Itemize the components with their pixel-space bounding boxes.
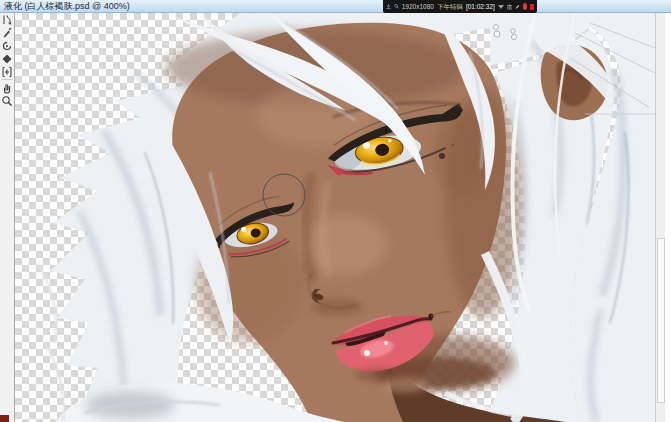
screen-recorder-bar: 1920x1080 下午特辑 [01:02:32] bbox=[383, 0, 537, 13]
recording-timecode: [01:02:32] bbox=[466, 0, 495, 13]
draw-pencil-button[interactable] bbox=[515, 3, 520, 11]
small-mole bbox=[452, 144, 454, 146]
window-title: 液化 (白人棕褐肤.psd @ 400%) bbox=[4, 1, 130, 11]
hand-tool-button[interactable] bbox=[0, 81, 14, 94]
reconstruct-tool-icon bbox=[1, 27, 13, 39]
forward-warp-tool-icon bbox=[1, 14, 13, 26]
screenshot-camera-button[interactable] bbox=[507, 3, 512, 11]
pucker-tool-button[interactable] bbox=[0, 52, 14, 65]
title-bar: 液化 (白人棕褐肤.psd @ 400%) bbox=[0, 0, 671, 13]
zoom-tool-icon bbox=[1, 95, 13, 107]
artwork bbox=[15, 13, 655, 422]
liquify-canvas[interactable] bbox=[15, 13, 655, 422]
hand-tool-icon bbox=[1, 82, 13, 94]
recording-status: 下午特辑 bbox=[437, 0, 463, 13]
bloat-tool-button[interactable] bbox=[0, 65, 14, 78]
record-button[interactable] bbox=[523, 3, 527, 10]
pucker-tool-icon bbox=[1, 53, 13, 65]
recorder-app-icon bbox=[386, 2, 391, 11]
recorder-dropdown-caret[interactable] bbox=[498, 5, 504, 9]
recording-resolution: 1920x1080 bbox=[402, 0, 434, 13]
liquify-tool-strip bbox=[0, 13, 15, 422]
stop-button[interactable] bbox=[530, 4, 534, 10]
twirl-tool-button[interactable] bbox=[0, 39, 14, 52]
forward-warp-tool-button[interactable] bbox=[0, 13, 14, 26]
magnifier-icon bbox=[394, 2, 399, 11]
vertical-scrollbar[interactable] bbox=[655, 13, 665, 422]
reconstruct-tool-button[interactable] bbox=[0, 26, 14, 39]
color-swatch bbox=[0, 415, 9, 422]
zoom-tool-button[interactable] bbox=[0, 94, 14, 107]
beauty-mark bbox=[439, 153, 445, 159]
dialog-right-margin bbox=[665, 13, 671, 422]
tool-divider bbox=[2, 79, 12, 80]
twirl-tool-icon bbox=[1, 40, 13, 52]
liquify-dialog: 液化 (白人棕褐肤.psd @ 400%) 1920x1080 下午特辑 [01… bbox=[0, 0, 671, 422]
scrollbar-thumb[interactable] bbox=[657, 238, 665, 403]
bloat-tool-icon bbox=[1, 66, 13, 78]
